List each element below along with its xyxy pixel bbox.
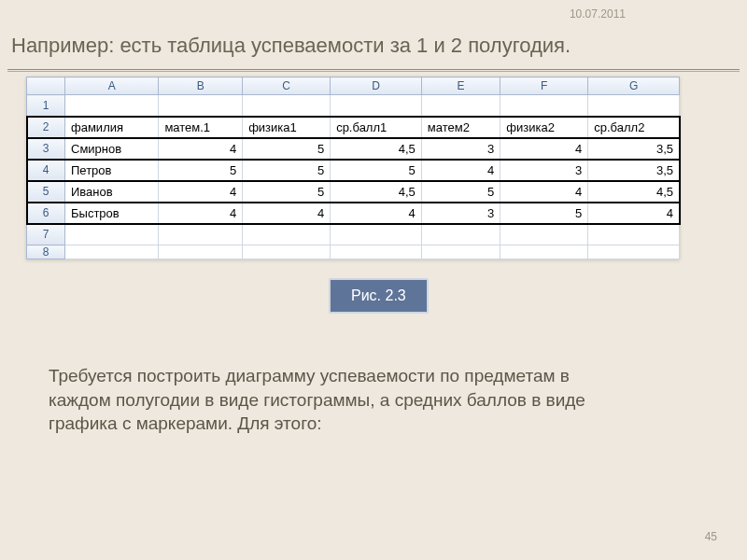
cell[interactable] [331,224,422,245]
row-header[interactable]: 8 [27,245,65,259]
row-2: 2 фамилия матем.1 физика1 ср.балл1 матем… [27,117,680,138]
cell[interactable] [159,224,243,245]
cell[interactable]: 3 [421,203,500,224]
cell[interactable] [243,95,331,117]
cell[interactable]: 4 [159,203,243,224]
cell[interactable] [421,224,500,245]
cell[interactable]: 4,5 [331,138,422,160]
cell[interactable]: 4 [243,203,331,224]
cell[interactable]: 5 [243,181,331,203]
cell[interactable]: 5 [331,160,422,181]
row-4: 4 Петров 5 5 5 4 3 3,5 [27,160,680,181]
cell[interactable] [588,95,680,117]
cell[interactable]: 4,5 [331,181,422,203]
cell[interactable]: физика2 [500,117,588,138]
row-7: 7 [27,224,680,245]
cell[interactable]: 3 [500,160,588,181]
cell[interactable]: 5 [243,138,331,160]
title-underline [7,69,740,72]
cell[interactable] [331,245,422,259]
cell[interactable]: Быстров [65,203,159,224]
cell[interactable]: Петров [65,160,159,181]
row-1: 1 [27,95,680,117]
cell[interactable]: 5 [159,160,243,181]
row-header[interactable]: 4 [27,160,65,181]
col-header[interactable]: F [500,77,588,95]
select-all-corner[interactable] [27,77,65,95]
cell[interactable] [65,95,159,117]
slide-date: 10.07.2011 [570,7,626,21]
row-6: 6 Быстров 4 4 4 3 5 4 [27,203,680,224]
cell[interactable] [500,224,588,245]
cell[interactable]: 5 [500,203,588,224]
body-paragraph: Требуется построить диаграмму успеваемос… [49,364,627,436]
cell[interactable]: матем.1 [159,117,243,138]
figure-caption: Рис. 2.3 [329,278,429,314]
cell[interactable] [331,95,422,117]
cell[interactable] [588,245,680,259]
cell[interactable]: 4,5 [588,181,680,203]
row-8: 8 [27,245,680,259]
spreadsheet-table: A B C D E F G 1 2 фамилия матем.1 физика… [26,77,680,259]
cell[interactable]: 3,5 [588,160,680,181]
cell[interactable] [500,95,588,117]
cell[interactable]: 3,5 [588,138,680,160]
cell[interactable]: 4 [500,138,588,160]
slide-title: Например: есть таблица успеваемости за 1… [11,34,571,58]
col-header[interactable]: A [65,77,159,95]
cell[interactable]: 4 [500,181,588,203]
cell[interactable] [243,224,331,245]
cell[interactable]: 4 [159,138,243,160]
row-5: 5 Иванов 4 5 4,5 5 4 4,5 [27,181,680,203]
col-header[interactable]: B [159,77,243,95]
cell[interactable]: Смирнов [65,138,159,160]
cell[interactable] [421,95,500,117]
cell[interactable] [500,245,588,259]
page-number: 45 [705,530,717,543]
cell[interactable] [65,245,159,259]
row-header[interactable]: 3 [27,138,65,160]
cell[interactable]: 4 [588,203,680,224]
col-header[interactable]: G [588,77,680,95]
cell[interactable]: физика1 [243,117,331,138]
row-3: 3 Смирнов 4 5 4,5 3 4 3,5 [27,138,680,160]
cell[interactable]: 4 [421,160,500,181]
cell[interactable]: 3 [421,138,500,160]
cell[interactable]: 5 [421,181,500,203]
cell[interactable]: фамилия [65,117,159,138]
row-header[interactable]: 1 [27,95,65,117]
cell[interactable]: ср.балл1 [331,117,422,138]
row-header[interactable]: 2 [27,117,65,138]
cell[interactable] [65,224,159,245]
cell[interactable]: 5 [243,160,331,181]
cell[interactable]: 4 [331,203,422,224]
col-header[interactable]: E [421,77,500,95]
row-header[interactable]: 7 [27,224,65,245]
row-header[interactable]: 6 [27,203,65,224]
cell[interactable] [421,245,500,259]
cell[interactable]: 4 [159,181,243,203]
col-header[interactable]: D [331,77,422,95]
cell[interactable] [243,245,331,259]
cell[interactable]: Иванов [65,181,159,203]
cell[interactable]: матем2 [421,117,500,138]
col-header[interactable]: C [243,77,331,95]
row-header[interactable]: 5 [27,181,65,203]
column-header-row: A B C D E F G [27,77,680,95]
cell[interactable] [159,245,243,259]
cell[interactable]: ср.балл2 [588,117,680,138]
cell[interactable] [588,224,680,245]
cell[interactable] [159,95,243,117]
